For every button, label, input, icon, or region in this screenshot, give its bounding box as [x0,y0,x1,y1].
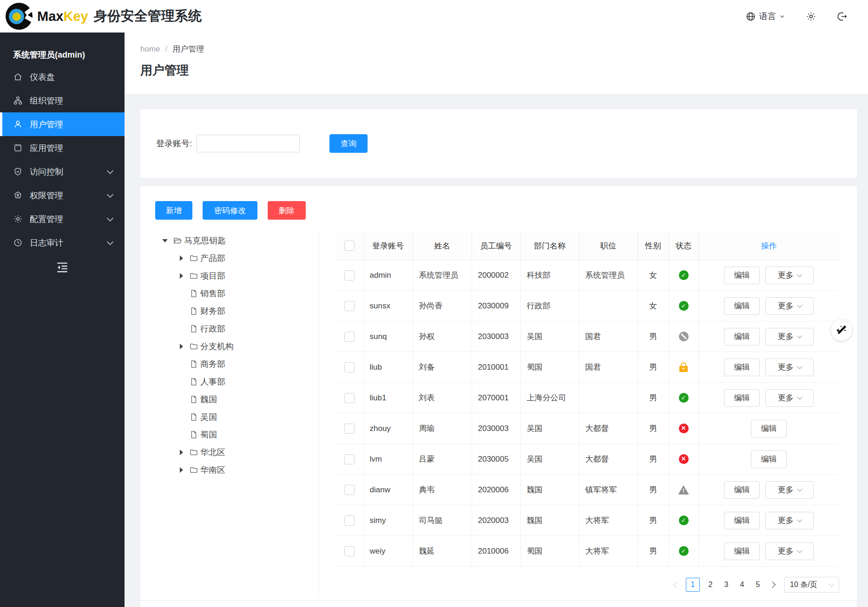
cell-gender: 女 [638,260,669,291]
caret-right-icon[interactable] [177,444,189,461]
add-button[interactable]: 新增 [155,201,192,220]
tree-item[interactable]: 蜀国 [140,426,318,444]
more-button[interactable]: 更多 [765,389,814,407]
folder-icon [189,465,198,475]
row-checkbox[interactable] [344,362,355,372]
sidebar-item-dashboard[interactable]: 仪表盘 [0,65,125,89]
language-selector[interactable]: 语言 [745,11,785,22]
cell-position: 大将军 [579,505,638,536]
chevron-down-icon [107,191,113,197]
cell-employee_no: 2030005 [472,444,520,475]
more-button[interactable]: 更多 [765,512,814,529]
menu-fold-icon[interactable] [55,260,70,273]
globe-icon [745,11,756,22]
select-all-checkbox[interactable] [344,241,355,251]
tree-item[interactable]: 行政部 [140,320,318,338]
tree-item-label: 马克思钥匙 [184,235,226,246]
caret-right-icon[interactable] [177,338,189,355]
more-button[interactable]: 更多 [765,542,814,560]
logout-icon[interactable] [837,11,848,22]
sidebar-item-config[interactable]: 配置管理 [0,207,125,231]
tree-item-label: 产品部 [200,253,225,264]
tree-item[interactable]: 产品部 [140,249,318,267]
page-number-4[interactable]: 4 [737,578,747,592]
sidebar-item-org[interactable]: 组织管理 [0,89,125,112]
tree-item[interactable]: 华北区 [140,444,318,461]
page-header: home / 用户管理 用户管理 [125,33,868,94]
query-button[interactable]: 查询 [329,134,368,153]
edit-button[interactable]: 编辑 [724,481,760,499]
login-account-input[interactable] [197,135,300,152]
caret-right-icon[interactable] [177,249,189,267]
edit-button[interactable]: 编辑 [724,542,760,560]
more-button[interactable]: 更多 [765,359,814,376]
row-checkbox[interactable] [344,516,355,526]
edit-button[interactable]: 编辑 [724,328,760,346]
page-number-5[interactable]: 5 [753,578,763,592]
edit-button[interactable]: 编辑 [751,420,787,437]
row-checkbox[interactable] [344,393,355,403]
chevron-down-icon [107,167,113,174]
page-number-3[interactable]: 3 [721,578,731,592]
tree-item[interactable]: 吴国 [140,408,318,426]
tree-item[interactable]: 魏国 [140,391,318,408]
file-icon [189,430,198,439]
tree-item[interactable]: 人事部 [140,373,318,391]
cell-employee_no: 2020006 [472,475,520,505]
more-button[interactable]: 更多 [765,328,814,346]
cell-account: liub1 [363,383,413,413]
more-button[interactable]: 更多 [765,267,814,284]
edit-button[interactable]: 编辑 [724,359,760,376]
tree-item[interactable]: 华南区 [140,461,318,479]
cell-account: weiy [363,536,413,567]
edit-button[interactable]: 编辑 [724,267,760,284]
prev-page-button[interactable] [670,578,683,592]
table-row: liub1刘表2070001上海分公司男编辑更多 [335,383,839,413]
sidebar: 系统管理员(admin) 仪表盘组织管理用户管理应用管理访问控制权限管理配置管理… [0,33,125,607]
delete-button[interactable]: 删除 [268,201,306,220]
row-checkbox[interactable] [344,485,355,495]
page-number-1[interactable]: 1 [686,578,700,592]
tree-item[interactable]: 分支机构 [140,338,318,355]
sidebar-item-permissions[interactable]: 权限管理 [0,183,125,207]
tree-item[interactable]: 项目部 [140,267,318,285]
cell-department: 行政部 [520,291,579,321]
next-page-button[interactable] [766,578,779,592]
sidebar-item-users[interactable]: 用户管理 [0,112,125,136]
caret-right-icon[interactable] [177,267,189,285]
row-checkbox[interactable] [344,301,355,311]
row-checkbox[interactable] [344,270,355,281]
row-checkbox[interactable] [344,332,355,342]
tree-item[interactable]: 财务部 [140,302,318,320]
edit-button[interactable]: 编辑 [724,297,760,315]
cell-employee_no: 2030003 [472,413,520,444]
more-button[interactable]: 更多 [765,297,814,315]
change-password-button[interactable]: 密码修改 [203,201,257,220]
tree-item[interactable]: 销售部 [140,285,318,302]
tree-item[interactable]: 商务部 [140,355,318,373]
file-icon [189,289,198,298]
page-number-2[interactable]: 2 [705,578,716,592]
column-header: 状态 [669,232,698,260]
edit-button[interactable]: 编辑 [724,389,760,407]
tree-item-label: 魏国 [200,394,217,405]
chevron-down-icon [797,364,802,369]
row-checkbox[interactable] [344,454,355,464]
row-checkbox[interactable] [344,424,355,434]
more-button[interactable]: 更多 [765,481,814,499]
tree-item[interactable]: 马克思钥匙 [140,232,318,249]
sidebar-item-audit[interactable]: 日志审计 [0,231,125,255]
page-size-select[interactable]: 10 条/页 [784,577,839,593]
sidebar-item-apps[interactable]: 应用管理 [0,136,125,160]
sidebar-item-access[interactable]: 访问控制 [0,160,125,183]
caret-down-icon[interactable] [161,232,173,249]
table-row: sunsx孙尚香2030009行政部女编辑更多 [335,291,839,321]
row-checkbox[interactable] [344,546,355,556]
magic-wand-cursor [831,320,852,341]
edit-button[interactable]: 编辑 [751,450,787,468]
breadcrumb-home[interactable]: home [140,45,160,54]
caret-right-icon[interactable] [177,461,189,479]
cell-position: 系统管理员 [579,260,638,291]
edit-button[interactable]: 编辑 [724,512,760,529]
gear-icon[interactable] [806,11,816,22]
